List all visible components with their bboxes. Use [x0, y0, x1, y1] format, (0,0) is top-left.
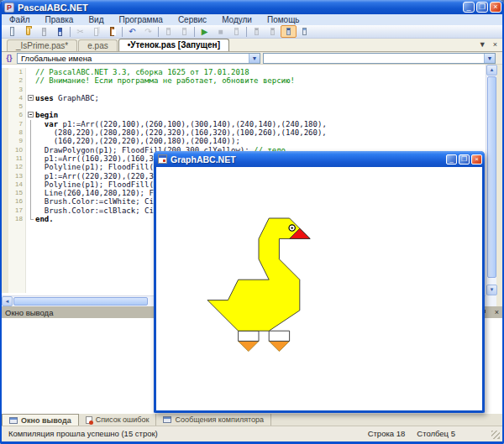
paste-button[interactable] [104, 25, 120, 38]
fold-margin [25, 223, 35, 232]
errlist-icon [86, 416, 92, 424]
toolbar-separator [158, 27, 159, 37]
bookmark-margin [2, 68, 8, 76]
file-tab-1[interactable]: _IsPrime.pas* [7, 39, 77, 51]
menu-item-2[interactable]: Правка [38, 14, 81, 25]
maximize-button[interactable]: ❐ [459, 154, 470, 165]
app-titlebar[interactable]: P PascalABC.NET _ ❐ × [0, 0, 504, 14]
fold-margin [25, 232, 35, 241]
stop-button[interactable]: ■ [213, 25, 228, 38]
scope-combobox[interactable]: Глобальные имена ▼ [17, 53, 260, 64]
line-number [8, 249, 25, 258]
step-button[interactable] [228, 25, 244, 38]
save-all-button[interactable] [52, 25, 68, 38]
bookmark-margin [2, 94, 8, 102]
tab-close-icon[interactable]: × [493, 40, 497, 49]
scroll-down-icon[interactable]: ▼ [486, 285, 497, 295]
fold-margin [25, 137, 35, 145]
toolbar-separator [246, 27, 247, 37]
code-text [35, 102, 496, 111]
minimize-button[interactable]: _ [463, 2, 475, 13]
line-number: 10 [8, 146, 25, 154]
fold-guide [30, 154, 31, 163]
code-line: 5 [2, 102, 496, 111]
status-line: Строка 18 [368, 429, 406, 438]
member-combobox[interactable]: ▼ [263, 53, 496, 64]
fold-margin [25, 197, 35, 206]
menu-item-6[interactable]: Модули [214, 14, 260, 25]
app-title: PascalABC.NET [18, 3, 463, 13]
bottom-tab-1[interactable]: Окно вывода [2, 414, 79, 426]
duck-foot-left [239, 341, 259, 351]
minimize-button[interactable]: _ [446, 154, 457, 165]
fold-guide [30, 206, 31, 215]
debug-window-button[interactable] [249, 25, 265, 38]
save-button[interactable] [36, 25, 52, 38]
floppy-icon [42, 28, 46, 36]
fold-margin [25, 163, 35, 171]
fold-margin [25, 189, 35, 197]
menu-item-1[interactable]: Файл [2, 14, 38, 25]
bookmark-margin [2, 197, 8, 206]
close-button[interactable]: × [471, 154, 482, 165]
line-number: 17 [8, 206, 25, 215]
output-toggle-button[interactable] [297, 25, 312, 38]
scroll-left-icon[interactable]: ◄ [2, 296, 13, 306]
undo-button[interactable]: ↶ [124, 25, 140, 38]
debug-window2-button[interactable] [265, 25, 281, 38]
line-number: 9 [8, 137, 25, 145]
cut-button[interactable]: ✂ [72, 25, 88, 38]
window-button[interactable] [160, 25, 176, 38]
fold-margin[interactable] [25, 111, 35, 119]
fold-margin [25, 259, 35, 267]
menu-item-7[interactable]: Помощь [260, 14, 307, 25]
resize-grip[interactable] [491, 431, 500, 439]
close-icon[interactable]: × [495, 309, 499, 316]
line-number [8, 241, 25, 249]
window2-button[interactable] [176, 25, 192, 38]
chevron-down-icon[interactable]: ▼ [484, 54, 495, 63]
fold-margin [25, 241, 35, 249]
code-text [35, 86, 496, 94]
chevron-down-icon[interactable]: ▼ [249, 54, 260, 63]
graphabc-title: GraphABC.NET [171, 154, 446, 165]
menu-item-3[interactable]: Вид [81, 14, 111, 25]
vertical-scroll-thumb[interactable] [487, 76, 496, 278]
fold-margin [25, 120, 35, 128]
fold-collapse-icon[interactable] [28, 112, 34, 118]
toolbar-separator [194, 27, 195, 37]
new-file-button[interactable] [4, 25, 20, 38]
file-tab-2[interactable]: e.pas [78, 39, 117, 51]
line-number: 7 [8, 120, 25, 128]
run-button[interactable]: ▶ [197, 25, 213, 38]
menu-item-4[interactable]: Программа [111, 14, 170, 25]
fold-guide [30, 128, 31, 137]
scroll-up-icon[interactable]: ▲ [486, 65, 497, 76]
fold-collapse-icon[interactable] [28, 95, 34, 101]
graphabc-titlebar[interactable]: GraphABC.NET _ ❐ × [154, 151, 485, 167]
fold-margin [25, 172, 35, 180]
open-file-button[interactable] [20, 25, 36, 38]
undo-icon: ↶ [129, 28, 135, 36]
line-number: 14 [8, 180, 25, 189]
console-toggle-button[interactable] [281, 25, 297, 38]
editor-vertical-scrollbar[interactable]: ▲ ▼ [486, 65, 496, 295]
window-dark-icon [270, 28, 275, 35]
bookmark-margin [2, 232, 8, 241]
bottom-tab-2[interactable]: Список ошибок [79, 414, 157, 426]
copy-button[interactable] [88, 25, 104, 38]
maximize-button[interactable]: ❐ [476, 2, 488, 13]
file-tab-3[interactable]: •Утенок.pas [Запущен] [118, 39, 229, 51]
menu-item-5[interactable]: Сервис [171, 14, 214, 25]
graphabc-icon [158, 154, 167, 164]
folder-icon [26, 28, 30, 35]
bottom-tab-3[interactable]: Сообщения компилятора [156, 414, 271, 426]
redo-button[interactable]: ↷ [140, 25, 156, 38]
close-button[interactable]: × [490, 2, 501, 13]
duck-foot-right [269, 341, 289, 351]
fold-margin[interactable] [25, 94, 35, 102]
horizontal-scroll-thumb[interactable] [13, 297, 148, 306]
tab-list-dropdown-icon[interactable]: ▼ [479, 40, 486, 49]
fold-margin [25, 76, 35, 85]
scope-value: Глобальные имена [18, 54, 249, 63]
